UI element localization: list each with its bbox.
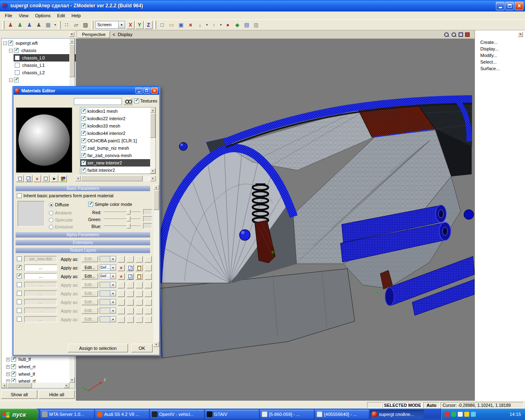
tree-checkbox[interactable]: [15, 70, 20, 75]
material-checkbox[interactable]: [81, 116, 86, 121]
taskbar-button[interactable]: Audi S5 4.2 V8 ...: [95, 410, 149, 419]
layer-cell[interactable]: [145, 308, 152, 314]
delete-layer-icon[interactable]: [118, 273, 125, 280]
layer-checkbox[interactable]: [17, 291, 22, 296]
section-extensions[interactable]: Extensions: [16, 240, 150, 245]
material-checkbox[interactable]: [81, 160, 86, 165]
material-item[interactable]: zad_bump_niz mesh: [80, 144, 150, 152]
edit-texture-button[interactable]: Edit...: [82, 256, 98, 262]
color-swatch[interactable]: [18, 201, 45, 226]
red-slider[interactable]: [104, 209, 141, 215]
menu-edit[interactable]: Edit: [54, 12, 68, 19]
command-create[interactable]: Create...: [475, 39, 525, 46]
close-panel-icon[interactable]: [518, 32, 523, 37]
apply-mode-select[interactable]: Def...: [100, 273, 116, 279]
minimize-icon[interactable]: [496, 2, 504, 10]
tree-item[interactable]: + wheel_lf: [5, 370, 72, 378]
menu-help[interactable]: Help: [68, 12, 84, 19]
close-icon[interactable]: [515, 2, 523, 10]
edit-texture-button[interactable]: Edit...: [82, 265, 98, 271]
tree-checkbox[interactable]: [11, 372, 16, 377]
material-checkbox[interactable]: [81, 168, 86, 173]
materials-editor-titlebar[interactable]: Materials Editor: [14, 86, 159, 95]
layer-cell[interactable]: [136, 290, 143, 297]
copy-layer-icon[interactable]: [127, 273, 134, 280]
layer-checkbox[interactable]: [17, 274, 22, 278]
chevron-down-icon[interactable]: [110, 299, 116, 305]
params-vscrollbar[interactable]: [153, 185, 159, 347]
blue-value-box[interactable]: [143, 223, 152, 229]
palette-icon[interactable]: [59, 175, 67, 182]
menu-options[interactable]: Options: [32, 12, 54, 19]
uv-mapper-icon[interactable]: ◆: [233, 21, 242, 30]
import-icon[interactable]: ↓: [195, 21, 205, 30]
chevron-down-icon[interactable]: [110, 290, 116, 297]
materials-hscrollbar[interactable]: [75, 176, 156, 181]
scroll-up-icon[interactable]: [69, 39, 75, 44]
apply-mode-select[interactable]: [100, 299, 116, 305]
expand-icon[interactable]: -: [9, 78, 13, 82]
paste-layer-icon[interactable]: [136, 265, 143, 271]
scroll-right-icon[interactable]: [64, 383, 69, 388]
emissive-radio[interactable]: [49, 225, 53, 229]
scroll-up-icon[interactable]: [153, 185, 159, 190]
delete-layer-icon[interactable]: [118, 265, 125, 271]
edit-texture-button[interactable]: Edit...: [82, 299, 98, 305]
screen-select[interactable]: Screen: [96, 21, 125, 29]
material-item[interactable]: kolodko44 interior2: [80, 130, 150, 137]
assign-to-selection-button[interactable]: Assign to selection: [68, 344, 128, 352]
command-display[interactable]: Display...: [475, 46, 525, 52]
tree-checkbox[interactable]: [8, 41, 13, 46]
group-figure-icon[interactable]: ♟: [15, 21, 25, 30]
section-alpha-parameters[interactable]: Alpha Parameters: [16, 232, 150, 237]
close-icon[interactable]: [151, 87, 158, 94]
tree-checkbox[interactable]: [15, 63, 20, 68]
taskbar-button-active[interactable]: supergt спойле...: [370, 410, 424, 419]
toolbar-grip[interactable]: [2, 21, 5, 29]
render-icon[interactable]: ●: [223, 21, 233, 30]
taskbar-button[interactable]: [5-860-059] - ...: [260, 410, 314, 419]
tree-item[interactable]: + hub_lf: [5, 356, 72, 363]
expand-icon[interactable]: +: [6, 358, 10, 361]
zoom-region-icon[interactable]: [444, 32, 449, 37]
layer-file[interactable]: ser_new.dds: [24, 256, 57, 262]
material-checkbox[interactable]: [81, 146, 86, 151]
layer-file[interactable]: ...: [24, 308, 57, 314]
script-icon[interactable]: ▤: [242, 21, 251, 30]
hide-all-button[interactable]: Hide all: [39, 390, 75, 399]
chevron-down-icon[interactable]: [110, 256, 116, 262]
new-material-icon[interactable]: [16, 175, 24, 182]
agent-icon[interactable]: [451, 412, 456, 417]
layer-cell[interactable]: [127, 256, 134, 262]
vertices-mode-icon[interactable]: ∷: [62, 21, 71, 30]
layer-file[interactable]: ...: [24, 282, 57, 288]
layer-cell[interactable]: [118, 256, 125, 262]
green-value-box[interactable]: [143, 216, 152, 222]
material-checkbox[interactable]: [81, 109, 86, 114]
link-figure-icon[interactable]: ♟: [25, 21, 34, 30]
scroll-down-icon[interactable]: [150, 168, 155, 173]
layer-file[interactable]: ...: [24, 299, 57, 305]
command-modify[interactable]: Modify...: [475, 52, 525, 59]
save-file-icon[interactable]: ▣: [176, 21, 186, 30]
layer-checkbox[interactable]: [17, 265, 22, 270]
layer-cell[interactable]: [127, 290, 134, 297]
command-surface[interactable]: Surface...: [475, 65, 525, 72]
material-preview[interactable]: [16, 107, 72, 173]
axis-z-button[interactable]: Z: [144, 21, 153, 29]
maximize-viewport-icon[interactable]: [459, 32, 463, 37]
taskbar-button[interactable]: OpenIV - vehicl...: [150, 410, 204, 419]
inherit-checkbox[interactable]: [17, 193, 22, 198]
material-item[interactable]: kolodko1 mesh: [80, 107, 150, 115]
paste-layer-icon[interactable]: [136, 273, 143, 280]
delete-material-icon[interactable]: [33, 175, 41, 182]
material-item[interactable]: farbit interior2: [80, 167, 150, 174]
close-panel-icon[interactable]: [69, 32, 74, 37]
menu-view[interactable]: View: [16, 12, 32, 19]
tree-item[interactable]: -: [8, 76, 75, 84]
scroll-thumb[interactable]: [153, 190, 159, 210]
diffuse-radio[interactable]: [49, 203, 53, 207]
tree-item[interactable]: + wheel_rr: [5, 363, 72, 370]
material-checkbox[interactable]: [81, 153, 86, 158]
layer-file[interactable]: ...: [24, 265, 57, 271]
